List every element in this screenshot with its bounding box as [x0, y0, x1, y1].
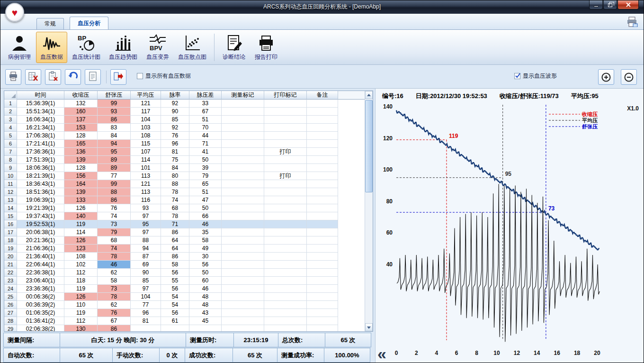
table-row[interactable]: 215:51:34(1)160931179067 — [4, 108, 365, 116]
row-number: 23 — [4, 277, 17, 285]
column-header[interactable]: 打印标记 — [264, 91, 307, 100]
column-header[interactable]: 脉率 — [161, 91, 189, 100]
collapse-panel-button[interactable]: « — [377, 346, 386, 361]
status-value: 0 次 — [159, 348, 185, 363]
print-button[interactable] — [5, 69, 21, 85]
tab-general[interactable]: 常规 — [36, 18, 64, 29]
ribbon-waveform-button[interactable]: 血压数据 — [36, 32, 67, 63]
ribbon-patient-button[interactable]: 病例管理 — [4, 32, 35, 63]
row-number: 7 — [4, 148, 17, 156]
table-cell: 73 — [98, 220, 131, 228]
ribbon-scatter-button[interactable]: 血压散点图 — [174, 32, 210, 63]
minimize-button[interactable] — [589, 0, 603, 9]
table-row[interactable]: 2423:36:36(1)11973975646 — [4, 285, 365, 293]
table-row[interactable]: 1319:06:39(1)133861167447 — [4, 196, 365, 204]
table-cell — [307, 293, 338, 301]
table-row[interactable]: 2222:36:38(1)11262905650 — [4, 269, 365, 277]
restore-button[interactable] — [603, 0, 617, 9]
table-row[interactable]: 918:06:36(1)128891018439 — [4, 164, 365, 172]
table-cell: 76 — [161, 132, 189, 140]
table-row[interactable]: 2021:36:40(1)10878878630 — [4, 253, 365, 261]
select-all-cell[interactable] — [4, 91, 17, 100]
table-cell — [222, 269, 264, 277]
column-header[interactable]: 平均压 — [131, 91, 161, 100]
table-cell: 113 — [131, 188, 161, 196]
close-button[interactable] — [617, 0, 639, 9]
table-cell — [222, 212, 264, 220]
status-label: 测量成功率: — [277, 348, 324, 363]
show-all-data-checkbox[interactable]: 显示所有血压数据 — [137, 72, 191, 80]
table-cell — [307, 188, 338, 196]
column-header[interactable]: 舒张压 — [98, 91, 131, 100]
table-cell: 97 — [131, 212, 161, 220]
table-cell — [264, 140, 307, 148]
ribbon-bpv-button[interactable]: BPV血压变异 — [142, 32, 173, 63]
table-row[interactable]: 717:36:36(1)136951078141打印 — [4, 148, 365, 156]
table-row[interactable]: 1720:06:38(1)11479978635 — [4, 228, 365, 236]
table-row[interactable]: 2801:36:41(2)11267816145 — [4, 317, 365, 325]
status-label: 测量间隔: — [3, 333, 60, 347]
app-logo-heart-icon[interactable]: ♥ — [5, 3, 24, 22]
table-cell: 74 — [161, 196, 189, 204]
table-cell: 01:36:41(2) — [17, 317, 64, 325]
table-row[interactable]: 115:36:39(1)132991219233 — [4, 100, 365, 108]
svg-text:60: 60 — [386, 229, 393, 236]
scroll-down-button[interactable] — [365, 323, 373, 331]
svg-text:收缩压: 收缩压 — [581, 111, 598, 117]
scroll-up-button[interactable] — [365, 91, 373, 99]
table-row[interactable]: 517:06:38(1)128841087644 — [4, 132, 365, 140]
table-row[interactable]: 617:21:41(1)165941159671 — [4, 140, 365, 148]
table-row[interactable]: 1118:36:43(1)164991218865 — [4, 180, 365, 188]
table-row[interactable]: 316:06:34(1)137861048551 — [4, 116, 365, 124]
svg-text:95: 95 — [505, 171, 512, 177]
table-row[interactable]: 2600:36:39(2)11062775448 — [4, 301, 365, 309]
column-header[interactable]: 收缩压 — [64, 91, 98, 100]
table-row[interactable]: 1018:21:39(1)156771138079打印 — [4, 172, 365, 180]
table-cell: 114 — [64, 228, 98, 236]
table-scrollbar[interactable] — [365, 91, 373, 331]
table-row[interactable]: 1921:06:36(1)12374946449 — [4, 245, 365, 253]
ribbon-button-label: 血压趋势图 — [109, 53, 137, 61]
ribbon-printer-button[interactable]: 报告打印 — [250, 32, 282, 63]
ribbon-trend-button[interactable]: 血压趋势图 — [105, 32, 141, 63]
table-row[interactable]: 2122:06:44(1)10246695856 — [4, 261, 365, 269]
table-cell: 51 — [189, 188, 222, 196]
clear-data-button[interactable] — [45, 69, 61, 85]
status-bar-row-2: 自动次数:65 次手动次数:0 次成功次数:65 次测量成功率:100.00% — [4, 348, 374, 363]
column-header[interactable]: 测量标记 — [222, 91, 264, 100]
column-header[interactable]: 脉压差 — [189, 91, 222, 100]
ribbon-bp-stats-button[interactable]: BP血压统计图 — [68, 32, 104, 63]
column-header[interactable]: 备注 — [307, 91, 338, 100]
table-cell: 01:06:35(2) — [17, 309, 64, 317]
table-row[interactable]: 1619:52:53(1)11973957146 — [4, 220, 365, 228]
zoom-in-button[interactable] — [598, 69, 614, 85]
undo-button[interactable] — [65, 69, 81, 85]
table-row[interactable]: 1419:21:39(1)12676936850 — [4, 204, 365, 212]
table-cell: 86 — [161, 253, 189, 261]
row-number: 25 — [4, 293, 17, 301]
table-row[interactable]: 2902:06:38(2)13086 — [4, 325, 365, 331]
table-row[interactable]: 2701:06:35(2)11976965643 — [4, 309, 365, 317]
zoom-out-button[interactable] — [621, 69, 637, 85]
table-row[interactable]: 817:51:39(1)139891147550 — [4, 156, 365, 164]
ribbon-diagnosis-button[interactable]: 诊断结论 — [218, 32, 250, 63]
delete-record-button[interactable] — [25, 69, 41, 85]
table-row[interactable]: 1519:37:43(1)14074977866 — [4, 212, 365, 220]
scrollbar-thumb[interactable] — [365, 100, 373, 192]
page-setup-icon[interactable] — [626, 17, 638, 27]
show-waveform-checkbox[interactable]: 显示血压波形 — [514, 72, 557, 80]
table-row[interactable]: 1820:21:36(1)12668886458 — [4, 236, 365, 245]
table-row[interactable]: 2323:06:40(1)11858855560 — [4, 277, 365, 285]
table-cell — [307, 164, 338, 172]
table-row[interactable]: 2500:06:36(2)126781045448 — [4, 293, 365, 301]
table-cell: 97 — [131, 228, 161, 236]
table-cell: 85 — [131, 277, 161, 285]
column-header[interactable]: 时间 — [17, 91, 64, 100]
waveform-icon — [43, 34, 61, 52]
report-button[interactable] — [85, 69, 101, 85]
table-row[interactable]: 1218:51:36(1)139881137851 — [4, 188, 365, 196]
table-row[interactable]: 416:21:34(1)153831039270 — [4, 124, 365, 132]
tab-bp-analysis[interactable]: 血压分析 — [70, 17, 108, 29]
svg-text:BP: BP — [78, 35, 86, 42]
export-button[interactable] — [110, 69, 126, 85]
